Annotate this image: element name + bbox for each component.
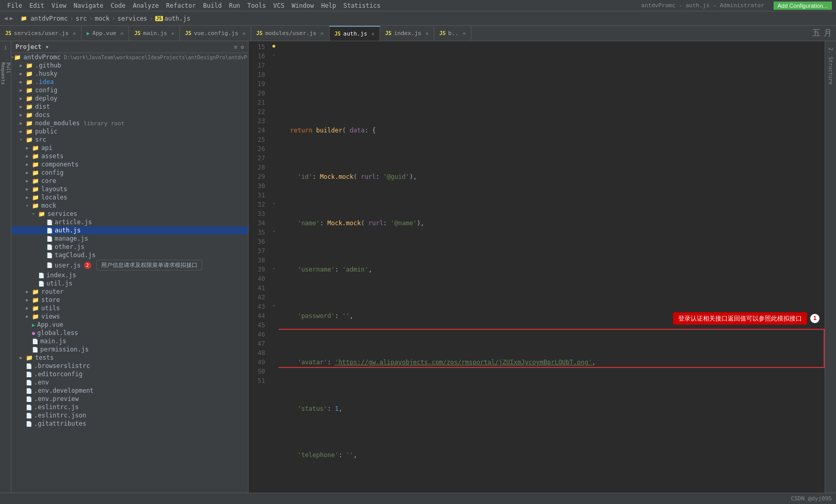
tree-item-auth-js[interactable]: 📄 auth.js: [11, 226, 248, 234]
tab-index-js[interactable]: JS index.js ✕: [380, 26, 434, 41]
tree-item-util-js[interactable]: 📄 util.js: [11, 279, 248, 288]
tab-close-icon[interactable]: ✕: [242, 30, 245, 36]
tab-close-icon[interactable]: ✕: [463, 30, 466, 36]
add-configuration-button[interactable]: Add Configuration...: [774, 2, 832, 10]
tree-item-manage-js[interactable]: 📄 manage.js: [11, 234, 248, 243]
layout-icon[interactable]: 月: [824, 28, 832, 39]
tree-item-tagcloud-js[interactable]: 📄 tagCloud.js: [11, 251, 248, 259]
expand-arrow: ▶: [26, 306, 32, 311]
tree-item-gitattributes[interactable]: 📄 .gitattributes: [11, 419, 248, 428]
tree-item-user-js[interactable]: 📄 user.js 2 用户信息请求及权限菜单请求模拟接口: [11, 259, 248, 271]
tree-item-components[interactable]: ▶ 📁 components: [11, 160, 248, 169]
tree-item-github[interactable]: ▶ 📁 .github: [11, 61, 248, 70]
menu-view[interactable]: View: [48, 1, 70, 10]
pull-requests-icon[interactable]: Pull Requests: [1, 69, 10, 78]
tree-item-core[interactable]: ▶ 📁 core: [11, 177, 248, 185]
project-icon[interactable]: 📁: [19, 14, 28, 23]
menu-tools[interactable]: Tools: [244, 1, 269, 10]
tree-item-husky[interactable]: ▶ 📁 .husky: [11, 70, 248, 78]
tab-main-js[interactable]: JS main.js ✕: [129, 26, 179, 41]
menu-window[interactable]: Window: [288, 1, 317, 10]
tree-item-services[interactable]: ▾ 📁 services: [11, 210, 248, 218]
tree-item-src[interactable]: ▾ 📁 src: [11, 136, 248, 144]
expand-arrow: ▶: [20, 112, 26, 117]
tree-item-views[interactable]: ▶ 📁 views: [11, 312, 248, 321]
tree-item-global-less[interactable]: ● global.less: [11, 329, 248, 337]
tree-item-tests[interactable]: ▶ 📁 tests: [11, 354, 248, 362]
tree-item-config2[interactable]: ▶ 📁 config: [11, 169, 248, 177]
menu-help[interactable]: Help: [318, 1, 339, 10]
tab-ba[interactable]: JS b.. ✕: [434, 26, 471, 41]
tab-modules-user[interactable]: JS modules/user.js ✕: [251, 26, 329, 41]
breadcrumb-services[interactable]: services: [118, 15, 147, 22]
menu-run[interactable]: Run: [226, 1, 243, 10]
tab-vue-config[interactable]: JS vue.config.js ✕: [180, 26, 251, 41]
tree-item-assets[interactable]: ▶ 📁 assets: [11, 152, 248, 160]
menu-navigate[interactable]: Navigate: [71, 1, 107, 10]
tab-close-icon[interactable]: ✕: [73, 30, 76, 36]
menu-analyze[interactable]: Analyze: [129, 1, 162, 10]
tree-item-mock[interactable]: ▾ 📁 mock: [11, 201, 248, 210]
tree-item-label: locales: [41, 194, 68, 201]
settings-icon[interactable]: ⚙: [240, 44, 244, 51]
tree-item-config[interactable]: ▶ 📁 config: [11, 86, 248, 94]
tree-item-deploy[interactable]: ▶ 📁 deploy: [11, 94, 248, 103]
tree-item-docs[interactable]: ▶ 📁 docs: [11, 111, 248, 119]
code-container[interactable]: 15 16 17 18 19 20 21 22 23 24 25 26 27 2…: [249, 41, 825, 493]
js-file-icon: 📄: [38, 281, 44, 287]
code-editor[interactable]: return builder( data: { 'id': Mock.mock(…: [278, 41, 825, 493]
tree-item-utils[interactable]: ▶ 📁 utils: [11, 304, 248, 312]
tree-item-other-js[interactable]: 📄 other.js: [11, 243, 248, 251]
folder-icon: 📁: [26, 62, 33, 69]
tab-auth-js[interactable]: JS auth.js ✕: [330, 26, 380, 41]
menu-refactor[interactable]: Refactor: [163, 1, 199, 10]
menu-statistics[interactable]: Statistics: [340, 1, 384, 10]
tab-close-icon[interactable]: ✕: [425, 30, 429, 36]
structure-label[interactable]: 2. Structure: [828, 43, 833, 89]
js-icon: JS: [385, 30, 391, 36]
tree-item-browserslistrc[interactable]: 📄 .browserslistrc: [11, 362, 248, 370]
tab-app-vue[interactable]: ▶ App.vue ✕: [81, 26, 129, 41]
tree-item-editorconfig[interactable]: 📄 .editorconfig: [11, 370, 248, 378]
tree-item-node-modules[interactable]: ▶ 📁 node_modules library root: [11, 119, 248, 127]
tree-item-layouts[interactable]: ▶ 📁 layouts: [11, 185, 248, 193]
tree-item-label: src: [35, 136, 46, 143]
tree-item-idea[interactable]: ▶ 📁 .idea: [11, 78, 248, 86]
tree-item-dist[interactable]: ▶ 📁 dist: [11, 103, 248, 111]
breadcrumb-src[interactable]: src: [76, 15, 87, 22]
tree-item-article-js[interactable]: 📄 article.js: [11, 218, 248, 226]
menu-build[interactable]: Build: [200, 1, 225, 10]
tree-item-index-js[interactable]: 📄 index.js: [11, 271, 248, 279]
project-panel-icon[interactable]: 1: [1, 43, 10, 53]
tree-item-locales[interactable]: ▶ 📁 locales: [11, 193, 248, 201]
tab-services-user-js[interactable]: JS services/user.js ✕: [0, 26, 81, 41]
tree-item-eslintrc-json[interactable]: 📄 .eslintrc.json: [11, 411, 248, 419]
tree-item-router[interactable]: ▶ 📁 router: [11, 288, 248, 296]
tree-item-store[interactable]: ▶ 📁 store: [11, 296, 248, 304]
tab-close-icon[interactable]: ✕: [320, 30, 323, 36]
tree-item-env-preview[interactable]: 📄 .env.preview: [11, 395, 248, 403]
tree-item-eslintrc-js[interactable]: 📄 .eslintrc.js: [11, 403, 248, 411]
tab-close-icon[interactable]: ✕: [171, 30, 174, 36]
tree-item-app-vue[interactable]: ▶ App.vue: [11, 321, 248, 329]
expand-icon[interactable]: 五: [812, 28, 821, 39]
expand-arrow: ▶: [26, 145, 32, 150]
breadcrumb-authjs[interactable]: JS auth.js: [155, 15, 190, 22]
tree-item-permission-js[interactable]: 📄 permission.js: [11, 345, 248, 354]
menu-code[interactable]: Code: [108, 1, 129, 10]
collapse-all-icon[interactable]: ≡: [234, 44, 238, 51]
tree-item-env-development[interactable]: 📄 .env.development: [11, 387, 248, 395]
tab-close-icon[interactable]: ✕: [120, 30, 123, 36]
tree-item-env[interactable]: 📄 .env: [11, 378, 248, 387]
menu-vcs[interactable]: VCS: [270, 1, 288, 10]
tree-item-main-js[interactable]: 📄 main.js: [11, 337, 248, 345]
folder-icon: 📁: [26, 120, 33, 127]
breadcrumb-mock[interactable]: mock: [95, 15, 110, 22]
tree-item-api[interactable]: ▶ 📁 api: [11, 144, 248, 152]
menu-edit[interactable]: Edit: [26, 1, 47, 10]
breadcrumb-root[interactable]: antdvPromc: [30, 15, 68, 22]
tab-close-icon[interactable]: ✕: [371, 31, 374, 37]
tree-item-root[interactable]: ▾ 📁 antdvPromc D:\work\JavaTeam\workspac…: [11, 53, 248, 61]
menu-file[interactable]: File: [4, 1, 25, 10]
tree-item-public[interactable]: ▶ 📁 public: [11, 127, 248, 136]
